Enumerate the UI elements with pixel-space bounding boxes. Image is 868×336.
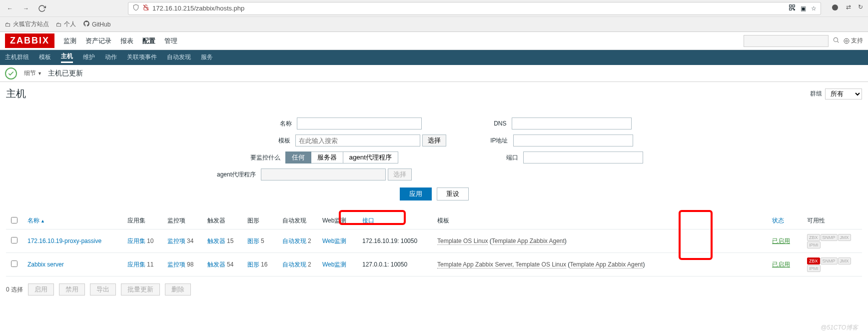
translate-icon[interactable]: ▣ — [801, 5, 806, 12]
items-link[interactable]: 监控项 — [167, 238, 185, 244]
forward-button[interactable]: → — [21, 4, 31, 14]
graphs-count: 5 — [261, 238, 264, 244]
subnav-hostgroups[interactable]: 主机群组 — [5, 53, 29, 62]
host-name-link[interactable]: Zabbix server — [27, 261, 64, 268]
bookmark-firefox[interactable]: 🗀火狐官方站点 — [5, 20, 49, 28]
filter-proxy-select-btn: 选择 — [388, 168, 412, 180]
filter-panel: 名称 DNS 模板 选择 IP地址 要监控什么 任何 服务器 agent代理程序 — [0, 106, 868, 206]
filter-proxy-input[interactable] — [261, 168, 386, 180]
group-select[interactable]: 所有 — [825, 88, 862, 100]
clock-icon[interactable] — [831, 4, 839, 13]
filter-name-input[interactable] — [297, 118, 422, 130]
filter-monitor-proxy[interactable]: agent代理程序 — [343, 152, 398, 164]
lock-slash-icon — [142, 4, 149, 12]
avail-jmx: JMX — [838, 234, 851, 241]
filter-monitor-server[interactable]: 服务器 — [311, 152, 343, 164]
avail-snmp: SNMP — [821, 234, 838, 241]
col-interface[interactable]: 接口 — [362, 217, 374, 224]
notice-message: 主机已更新 — [48, 69, 83, 78]
bookmark-bar: 🗀火狐官方站点 🗀个人 GitHub — [0, 17, 868, 32]
bulk-disable-button[interactable]: 禁用 — [59, 284, 85, 296]
notice-detail-toggle[interactable]: 细节 ▼ — [24, 69, 42, 78]
nav-reports[interactable]: 报表 — [120, 36, 133, 46]
template-link[interactable]: Template App Zabbix Server, Template OS … — [437, 261, 566, 268]
table-row: 172.16.10.19-proxy-passive 应用集10 监控项34 触… — [6, 230, 862, 253]
host-name-link[interactable]: 172.16.10.19-proxy-passive — [27, 238, 101, 244]
apps-link[interactable]: 应用集 — [127, 238, 145, 244]
bulk-enable-button[interactable]: 启用 — [28, 284, 54, 296]
svg-point-11 — [846, 40, 848, 42]
subnav-discovery[interactable]: 自动发现 — [167, 53, 191, 62]
subnav-services[interactable]: 服务 — [201, 53, 213, 62]
bulk-massupdate-button[interactable]: 批量更新 — [121, 284, 160, 296]
discovery-link[interactable]: 自动发现 — [282, 261, 306, 268]
filter-apply-button[interactable]: 应用 — [400, 188, 432, 200]
avail-snmp: SNMP — [821, 258, 838, 264]
filter-ip-input[interactable] — [513, 134, 633, 146]
triggers-link[interactable]: 触发器 — [207, 238, 225, 244]
items-link[interactable]: 监控项 — [167, 261, 185, 268]
discovery-link[interactable]: 自动发现 — [282, 238, 306, 244]
url-bar[interactable]: 172.16.10.215/zabbix/hosts.php ▣ ☆ — [128, 2, 821, 15]
apps-link[interactable]: 应用集 — [127, 261, 145, 268]
filter-name-label: 名称 — [237, 120, 292, 128]
templates-cell: Template App Zabbix Server, Template OS … — [432, 253, 767, 276]
bulk-delete-button[interactable]: 删除 — [165, 284, 191, 296]
web-link[interactable]: Web监测 — [322, 261, 346, 268]
col-items: 监控项 — [162, 212, 202, 230]
col-graphs: 图形 — [242, 212, 277, 230]
svg-point-8 — [834, 38, 838, 42]
subnav-templates[interactable]: 模板 — [39, 53, 51, 62]
template-link[interactable]: Template OS Linux — [437, 238, 488, 245]
page-header: 主机 群组 所有 — [0, 82, 868, 106]
subnav-maintenance[interactable]: 维护 — [83, 53, 95, 62]
qr-icon[interactable] — [789, 4, 796, 12]
status-toggle[interactable]: 已启用 — [772, 261, 790, 268]
filter-template-select-btn[interactable]: 选择 — [422, 134, 446, 146]
subnav-hosts[interactable]: 主机 — [61, 52, 73, 63]
row-checkbox[interactable] — [11, 260, 17, 267]
template-sub-link[interactable]: Template App Zabbix Agent — [570, 261, 643, 268]
col-status[interactable]: 状态 — [772, 217, 784, 224]
refresh-icon[interactable]: ↻ — [858, 4, 863, 13]
filter-dns-input[interactable] — [512, 118, 632, 130]
subnav-actions[interactable]: 动作 — [105, 53, 117, 62]
zabbix-top-nav: ZABBIX 监测 资产记录 报表 配置 管理 支持 — [0, 32, 868, 50]
support-link[interactable]: 支持 — [844, 36, 863, 45]
graphs-link[interactable]: 图形 — [247, 261, 259, 268]
subnav-correlation[interactable]: 关联项事件 — [127, 53, 157, 62]
templates-cell: Template OS Linux (Template App Zabbix A… — [432, 230, 767, 253]
filter-port-input[interactable] — [523, 152, 643, 164]
global-search-input[interactable] — [744, 35, 829, 47]
bookmark-star-icon[interactable]: ☆ — [811, 5, 817, 12]
bookmark-personal[interactable]: 🗀个人 — [56, 20, 76, 28]
arrows-icon[interactable]: ⇄ — [846, 4, 851, 13]
folder-icon: 🗀 — [5, 21, 11, 28]
reload-button[interactable] — [37, 4, 47, 14]
template-sub-link[interactable]: Template App Zabbix Agent — [492, 238, 565, 245]
bulk-export-button[interactable]: 导出 — [90, 284, 116, 296]
filter-reset-button[interactable]: 重设 — [437, 188, 469, 200]
bookmark-github[interactable]: GitHub — [83, 20, 110, 28]
nav-monitoring[interactable]: 监测 — [63, 36, 76, 46]
graphs-link[interactable]: 图形 — [247, 238, 259, 244]
nav-administration[interactable]: 管理 — [164, 36, 177, 46]
nav-inventory[interactable]: 资产记录 — [85, 36, 111, 46]
search-icon[interactable] — [833, 36, 840, 45]
zabbix-logo[interactable]: ZABBIX — [5, 34, 54, 48]
nav-configuration[interactable]: 配置 — [142, 36, 155, 46]
status-toggle[interactable]: 已启用 — [772, 238, 790, 244]
availability-cell: ZBXSNMPJMXIPMI — [802, 230, 862, 253]
select-all-checkbox[interactable] — [11, 217, 17, 224]
chevron-down-icon: ▼ — [37, 71, 42, 76]
web-link[interactable]: Web监测 — [322, 238, 346, 244]
back-button[interactable]: ← — [5, 4, 15, 14]
filter-template-input[interactable] — [295, 134, 420, 146]
browser-right-icons: ⇄ ↻ — [831, 4, 863, 13]
triggers-link[interactable]: 触发器 — [207, 261, 225, 268]
discovery-count: 2 — [308, 261, 311, 268]
filter-monitor-any[interactable]: 任何 — [285, 152, 311, 164]
col-name[interactable]: 名称▲ — [27, 217, 45, 224]
row-checkbox[interactable] — [11, 237, 17, 244]
url-text: 172.16.10.215/zabbix/hosts.php — [152, 4, 789, 12]
